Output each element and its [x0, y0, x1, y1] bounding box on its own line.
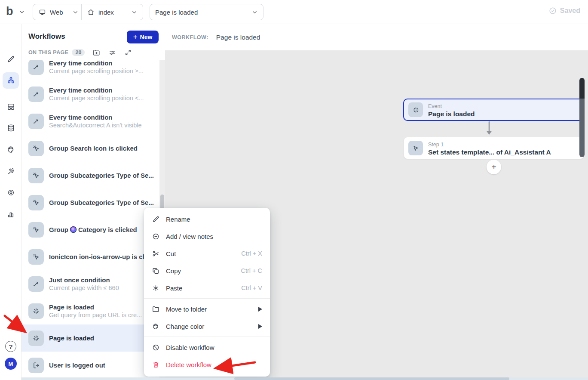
plus-icon: + — [491, 162, 496, 172]
workflow-item-title-suffix: Category is clicked — [78, 226, 137, 233]
check-circle-icon — [548, 6, 557, 15]
workflow-item[interactable]: Every time conditionSearch&Autocorrect A… — [21, 108, 165, 135]
menu-item-label: Move to folder — [166, 306, 207, 313]
device-dropdown-value: Web — [50, 9, 63, 16]
menu-item-disable-workflow[interactable]: Disable workflow — [144, 339, 270, 356]
page-dropdown[interactable]: index — [82, 4, 143, 20]
workflow-tab-sitemap-icon[interactable] — [3, 72, 19, 89]
paste-asterisk-icon — [152, 284, 160, 292]
data-tab-database-icon[interactable] — [3, 120, 19, 136]
saved-status: Saved — [548, 6, 580, 15]
device-dropdown[interactable]: Web — [33, 4, 72, 20]
workflow-item-title: User is logged out — [49, 361, 105, 369]
help-glyph: ? — [9, 343, 12, 350]
workflow-item-title: Every time condition — [49, 114, 113, 121]
menu-item-notes[interactable]: Add / view notes — [144, 228, 270, 245]
page-loaded-spinner-icon — [28, 331, 44, 346]
click-icon — [28, 141, 44, 156]
workflow-item-subtitle: Current page scrolling position ≥... — [49, 68, 144, 74]
menu-item-label: Disable workflow — [166, 344, 214, 351]
menu-item-label: Cut — [166, 250, 176, 257]
new-button-label: New — [140, 34, 153, 40]
workflow-item-title: Every time condition — [49, 87, 113, 94]
page-loaded-spinner-icon — [408, 102, 423, 117]
monitor-icon — [38, 8, 46, 16]
menu-item-cut[interactable]: Cut Ctrl + X — [144, 245, 270, 262]
palette-icon — [152, 322, 160, 331]
design-tab-pencil-icon[interactable] — [3, 51, 19, 67]
submenu-arrow-icon — [258, 307, 262, 312]
menu-shortcut: Ctrl + V — [241, 284, 262, 291]
scissors-icon — [152, 250, 160, 258]
workflow-dropdown[interactable]: Page is loaded — [150, 4, 263, 20]
menu-item-delete-workflow[interactable]: Delete workflow — [144, 356, 270, 373]
new-folder-icon[interactable] — [92, 49, 101, 57]
menu-item-paste[interactable]: Paste Ctrl + V — [144, 279, 270, 297]
event-node[interactable]: EventPage is loaded — [403, 99, 584, 121]
condition-icon — [28, 114, 44, 129]
workflow-list: Every time conditionCurrent page scrolli… — [21, 53, 165, 380]
workflow-item-title: Every time condition — [49, 59, 113, 67]
plus-icon: + — [133, 33, 138, 41]
canvas-scrollbar-thumb-dark[interactable] — [579, 78, 585, 99]
workflow-item[interactable]: User is logged out — [21, 352, 165, 379]
workflow-item[interactable]: GroupCategory is clicked — [21, 216, 165, 243]
workflow-item[interactable]: Page is loadedGet query from page URL is… — [21, 297, 165, 324]
expand-panel-icon[interactable] — [124, 49, 132, 56]
step-node[interactable]: Step 1Set states template... of Ai_Assis… — [404, 137, 584, 159]
styles-tab-palette-icon[interactable] — [3, 141, 19, 158]
menu-item-move-to-folder[interactable]: Move to folder — [144, 300, 270, 318]
condition-icon — [28, 276, 44, 292]
horizontal-scrollbar-thumb[interactable] — [234, 377, 509, 380]
connector-arrow-down-icon — [485, 121, 493, 136]
avatar[interactable]: M — [5, 358, 17, 370]
workflow-item[interactable]: Group Subcategories Type of Se... — [21, 189, 165, 216]
click-icon — [28, 249, 44, 265]
reusables-tab-icon[interactable] — [3, 98, 19, 114]
add-step-button[interactable]: + — [487, 160, 501, 174]
workflow-context-menu: Rename Add / view notes Cut Ctrl + X Cop… — [144, 208, 270, 377]
workflow-dropdown-value: Page is loaded — [155, 9, 198, 16]
help-icon[interactable]: ? — [5, 341, 16, 352]
new-workflow-button[interactable]: + New — [127, 31, 159, 43]
settings-tab-gear-icon[interactable] — [3, 184, 19, 201]
logo-chevron-down-icon[interactable] — [19, 9, 25, 15]
workflow-item[interactable]: Group Search Icon is clicked — [21, 135, 165, 162]
workflow-item[interactable]: Every time conditionCurrent page scrolli… — [21, 80, 165, 108]
event-kind-label: Event — [428, 103, 442, 109]
bubble-logo[interactable]: b — [6, 5, 13, 18]
workflow-item[interactable]: IonicIcon ion-ios-arrow-up is cli... — [21, 243, 165, 270]
menu-item-rename[interactable]: Rename — [144, 210, 270, 228]
workflow-item-title: Page is loaded — [49, 334, 94, 342]
canvas-scrollbar-thumb[interactable] — [579, 99, 585, 157]
pencil-icon — [152, 215, 160, 223]
workflow-item-title-prefix: Group — [49, 226, 68, 233]
menu-item-change-color[interactable]: Change color — [144, 318, 270, 335]
workflow-item-selected[interactable]: Page is loaded — [21, 324, 165, 352]
page-loaded-spinner-icon — [28, 303, 44, 319]
workflow-label: WORKFLOW: — [172, 34, 208, 40]
logs-tab-chart-icon[interactable] — [3, 206, 19, 222]
copy-icon — [152, 267, 160, 275]
workflow-name: Page is loaded — [216, 34, 260, 41]
rail-divider — [3, 66, 18, 66]
horizontal-scrollbar-track — [21, 377, 588, 380]
filter-sliders-icon[interactable] — [108, 49, 116, 57]
device-chevron-down-icon[interactable] — [72, 4, 81, 20]
logout-icon — [28, 358, 44, 373]
trash-icon — [152, 361, 160, 369]
page-chevron-down-icon — [131, 9, 138, 15]
event-title: Page is loaded — [428, 110, 475, 117]
on-this-page-header: ON THIS PAGE 20 — [21, 45, 165, 60]
workflows-panel: Workflows + New ON THIS PAGE 20 Every ti… — [21, 24, 165, 380]
workflow-item[interactable]: Just once conditionCurrent page width ≤ … — [21, 270, 165, 297]
canvas-scrollbar[interactable] — [579, 78, 585, 157]
page-dropdown-value: index — [98, 9, 114, 16]
workflow-item[interactable]: Group Subcategories Type of Se... — [21, 162, 165, 189]
panel-title: Workflows — [28, 32, 65, 41]
plugins-tab-plug-icon[interactable] — [3, 163, 19, 179]
menu-item-copy[interactable]: Copy Ctrl + C — [144, 262, 270, 279]
home-icon — [87, 8, 95, 16]
cursor-icon — [408, 141, 423, 155]
menu-divider — [144, 337, 270, 337]
